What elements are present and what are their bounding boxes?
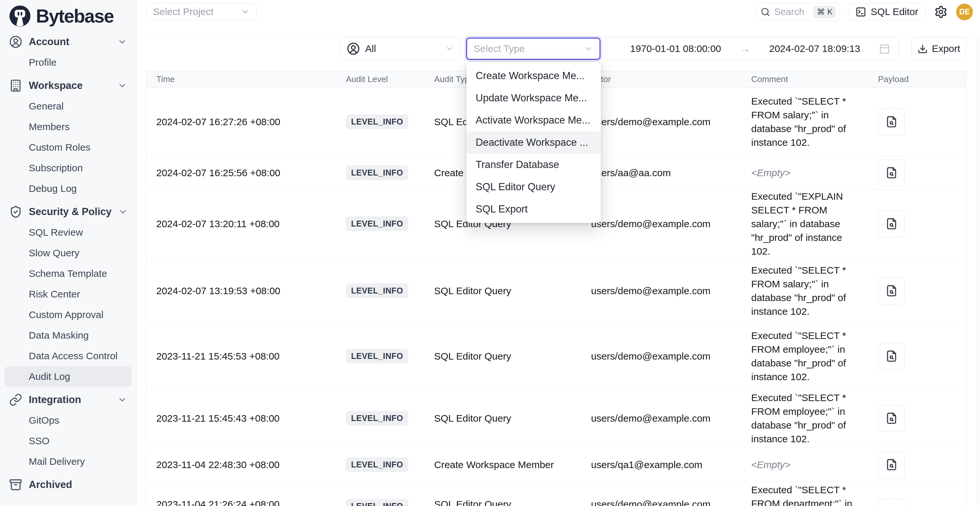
date-range-picker[interactable]: 1970-01-01 08:00:00 → 2024-02-07 18:09:1… (606, 38, 899, 60)
cell-time: 2024-02-07 16:25:56 +08:00 (156, 167, 346, 178)
sidebar-item-sso[interactable]: SSO (5, 431, 132, 451)
actor-filter-value: All (365, 43, 440, 54)
sidebar-item-slow-query[interactable]: Slow Query (5, 243, 132, 263)
sidebar-item-custom-roles[interactable]: Custom Roles (5, 137, 132, 158)
sidebar-item-label: SSO (29, 435, 49, 447)
column-header-time: Time (156, 74, 346, 84)
sidebar-group-integration[interactable]: Integration (5, 389, 132, 410)
sidebar-item-general[interactable]: General (5, 96, 132, 116)
sidebar-item-schema-template[interactable]: Schema Template (5, 263, 132, 284)
dropdown-option-deactivate-workspace-member[interactable]: Deactivate Workspace ... (466, 131, 601, 154)
sidebar-item-subscription[interactable]: Subscription (5, 158, 132, 178)
dropdown-option-create-workspace-member[interactable]: Create Workspace Me... (466, 65, 601, 87)
chevron-down-icon (117, 37, 127, 47)
sidebar-item-data-access-control[interactable]: Data Access Control (5, 345, 132, 366)
view-payload-button[interactable] (878, 499, 905, 506)
project-select[interactable]: Select Project (146, 3, 257, 20)
sidebar-item-data-masking[interactable]: Data Masking (5, 325, 132, 345)
table-row: 2024-02-07 13:19:53 +08:00 LEVEL_INFO SQ… (146, 258, 966, 324)
arrow-right-icon: → (740, 43, 751, 55)
cell-actor: users/aa@aa.com (591, 167, 751, 178)
cell-audit-type: SQL Editor Query (434, 482, 591, 506)
user-circle-icon (9, 35, 22, 48)
file-search-icon (886, 458, 897, 471)
chevron-down-icon (240, 7, 250, 16)
logo-text: Bytebase (36, 5, 113, 27)
actor-filter-select[interactable]: All (340, 38, 461, 60)
download-icon (918, 44, 928, 54)
level-badge: LEVEL_INFO (346, 411, 408, 426)
chevron-down-icon (117, 81, 127, 91)
cell-time: 2023-11-04 21:26:24 +08:00 (156, 482, 346, 506)
cell-audit-type: SQL Editor Query (434, 413, 591, 424)
table-row: 2023-11-04 21:26:24 +08:00 LEVEL_INFO SQ… (146, 482, 966, 506)
cell-actor: users/qa1@example.com (591, 459, 751, 470)
sidebar-group-archived[interactable]: Archived (5, 474, 132, 495)
cell-comment: Executed `"SELECT * FROM department;"` i… (751, 482, 856, 506)
sidebar-item-members[interactable]: Members (5, 116, 132, 137)
dropdown-option-sql-export[interactable]: SQL Export (466, 198, 601, 220)
level-badge: LEVEL_INFO (346, 499, 408, 506)
sidebar-item-risk-center[interactable]: Risk Center (5, 284, 132, 304)
dropdown-option-activate-workspace-member[interactable]: Activate Workspace Me... (466, 109, 601, 131)
sidebar-item-label: Members (29, 121, 70, 132)
view-payload-button[interactable] (878, 108, 905, 135)
terminal-icon (856, 6, 866, 18)
sidebar: Bytebase Account Profile Workspace Gener… (0, 0, 137, 506)
chevron-down-icon (117, 395, 127, 405)
cell-comment: Executed `"SELECT * FROM salary;"` in da… (751, 263, 856, 318)
date-end-value: 2024-02-07 18:09:13 (754, 43, 876, 54)
export-label: Export (932, 43, 960, 54)
cell-actor: users/demo@example.com (591, 351, 751, 362)
sidebar-group-workspace[interactable]: Workspace (5, 75, 132, 96)
level-badge: LEVEL_INFO (346, 457, 408, 472)
level-badge: LEVEL_INFO (346, 283, 408, 298)
dropdown-option-transfer-database[interactable]: Transfer Database (466, 154, 601, 176)
cell-comment: <Empty> (751, 166, 856, 180)
sidebar-item-sql-review[interactable]: SQL Review (5, 222, 132, 243)
logo[interactable]: Bytebase (5, 0, 132, 31)
view-payload-button[interactable] (878, 210, 905, 237)
view-payload-button[interactable] (878, 452, 905, 478)
sidebar-item-profile[interactable]: Profile (5, 52, 132, 73)
level-badge: LEVEL_INFO (346, 349, 408, 363)
calendar-icon (879, 43, 890, 54)
cell-time: 2024-02-07 13:19:53 +08:00 (156, 285, 346, 296)
export-button[interactable]: Export (912, 38, 966, 60)
view-payload-button[interactable] (878, 159, 905, 186)
settings-button[interactable] (934, 5, 948, 19)
type-filter-placeholder: Select Type (474, 43, 584, 54)
sidebar-group-security-policy[interactable]: Security & Policy (5, 201, 132, 222)
sidebar-group-label: Account (29, 36, 69, 48)
column-header-audit-level: Audit Level (346, 74, 434, 84)
level-badge: LEVEL_INFO (346, 216, 408, 231)
type-filter-select[interactable]: Select Type (466, 38, 600, 60)
chevron-down-icon (118, 207, 128, 217)
view-payload-button[interactable] (878, 343, 905, 370)
cell-audit-type: SQL Editor Query (434, 351, 591, 362)
avatar[interactable]: DE (956, 3, 973, 20)
dropdown-option-sql-editor-query[interactable]: SQL Editor Query (466, 176, 601, 198)
sidebar-item-label: SQL Review (29, 227, 83, 238)
file-search-icon (886, 285, 897, 297)
scrollbar[interactable] (977, 37, 980, 506)
topbar-right: Search ⌘ K SQL Editor DE (755, 3, 973, 21)
sidebar-item-audit-log[interactable]: Audit Log (5, 366, 132, 387)
dropdown-option-update-workspace-member[interactable]: Update Workspace Me... (466, 87, 601, 109)
view-payload-button[interactable] (878, 277, 905, 304)
view-payload-button[interactable] (878, 405, 905, 432)
sql-editor-button[interactable]: SQL Editor (848, 3, 926, 21)
sidebar-item-custom-approval[interactable]: Custom Approval (5, 304, 132, 325)
table-row: 2023-11-04 22:48:30 +08:00 LEVEL_INFO Cr… (146, 448, 966, 482)
sidebar-item-gitops[interactable]: GitOps (5, 410, 132, 431)
search-input[interactable]: Search ⌘ K (755, 3, 840, 21)
sidebar-item-debug-log[interactable]: Debug Log (5, 178, 132, 199)
filter-bar: All Select Type 1970-01-01 08:00:00 → 20… (146, 37, 966, 60)
sidebar-group-label: Integration (29, 394, 81, 406)
sidebar-item-mail-delivery[interactable]: Mail Delivery (5, 451, 132, 472)
sidebar-group-label: Archived (29, 479, 72, 491)
cell-actor: users/demo@example.com (591, 413, 751, 424)
table-row: 2023-11-21 15:45:53 +08:00 LEVEL_INFO SQ… (146, 324, 966, 389)
sidebar-item-label: Custom Roles (29, 142, 90, 153)
sidebar-group-account[interactable]: Account (5, 31, 132, 52)
